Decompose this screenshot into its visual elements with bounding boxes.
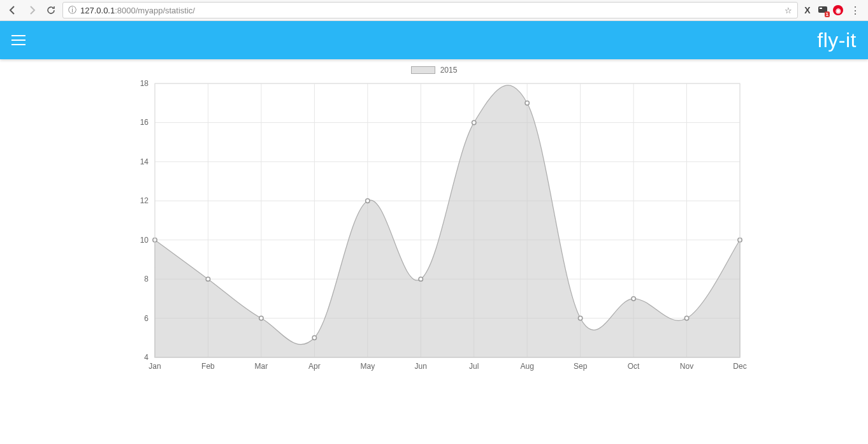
y-tick-label: 4 — [144, 353, 148, 362]
y-tick-label: 8 — [144, 275, 148, 283]
url-text: 127.0.0.1:8000/myapp/statistic/ — [80, 6, 195, 15]
x-tick-label: Aug — [521, 362, 534, 371]
x-tick-label: Feb — [201, 362, 215, 371]
x-tick-label: Sep — [574, 362, 588, 371]
forward-button[interactable] — [24, 3, 40, 18]
data-point[interactable] — [366, 199, 370, 203]
x-tick-label: Nov — [680, 362, 693, 371]
data-point[interactable] — [419, 277, 423, 281]
x-tick-label: Jul — [469, 362, 479, 371]
data-point[interactable] — [312, 336, 316, 340]
svg-rect-1 — [820, 8, 822, 9]
hamburger-menu-icon[interactable] — [11, 35, 25, 45]
data-point[interactable] — [578, 316, 582, 320]
x-tick-label: Jan — [148, 362, 161, 371]
area-chart: 4681012141618JanFebMarAprMayJunJulAugSep… — [115, 77, 753, 376]
extension-badge: 1 — [825, 11, 830, 17]
y-tick-label: 18 — [140, 79, 149, 88]
reload-button[interactable] — [43, 3, 59, 18]
x-tick-label: Dec — [733, 362, 746, 371]
extension-x-icon[interactable]: X — [802, 4, 813, 16]
data-point[interactable] — [206, 277, 210, 281]
x-tick-label: Apr — [308, 362, 321, 371]
bookmark-star-icon[interactable]: ☆ — [785, 6, 792, 15]
data-point[interactable] — [632, 297, 635, 301]
extension-pinterest-icon[interactable]: ◉ — [832, 4, 844, 16]
data-point[interactable] — [525, 101, 529, 105]
y-tick-label: 14 — [140, 157, 149, 166]
chart-container: 2015 4681012141618JanFebMarAprMayJunJulA… — [0, 59, 868, 376]
x-tick-label: Jun — [415, 362, 427, 371]
data-point[interactable] — [259, 316, 263, 320]
browser-menu-button[interactable]: ⋮ — [848, 4, 863, 17]
legend-label: 2015 — [440, 66, 458, 75]
extension-reader-icon[interactable]: 1 — [817, 4, 828, 16]
chart-area — [155, 85, 740, 357]
data-point[interactable] — [472, 120, 476, 124]
chart-legend[interactable]: 2015 — [411, 66, 458, 75]
y-tick-label: 16 — [140, 118, 149, 127]
app-header: fly-it — [0, 21, 868, 59]
data-point[interactable] — [684, 316, 688, 320]
y-tick-label: 10 — [140, 236, 149, 245]
y-tick-label: 12 — [140, 196, 149, 205]
address-bar[interactable]: ⓘ 127.0.0.1:8000/myapp/statistic/ ☆ — [62, 2, 798, 18]
brand-logo: fly-it — [817, 29, 857, 52]
x-tick-label: Oct — [628, 362, 640, 371]
browser-toolbar: ⓘ 127.0.0.1:8000/myapp/statistic/ ☆ X 1 … — [0, 0, 868, 21]
back-button[interactable] — [5, 3, 20, 18]
x-tick-label: May — [360, 362, 375, 371]
site-info-icon[interactable]: ⓘ — [68, 4, 76, 16]
y-tick-label: 6 — [144, 314, 148, 323]
legend-swatch — [411, 66, 435, 74]
x-tick-label: Mar — [255, 362, 268, 371]
